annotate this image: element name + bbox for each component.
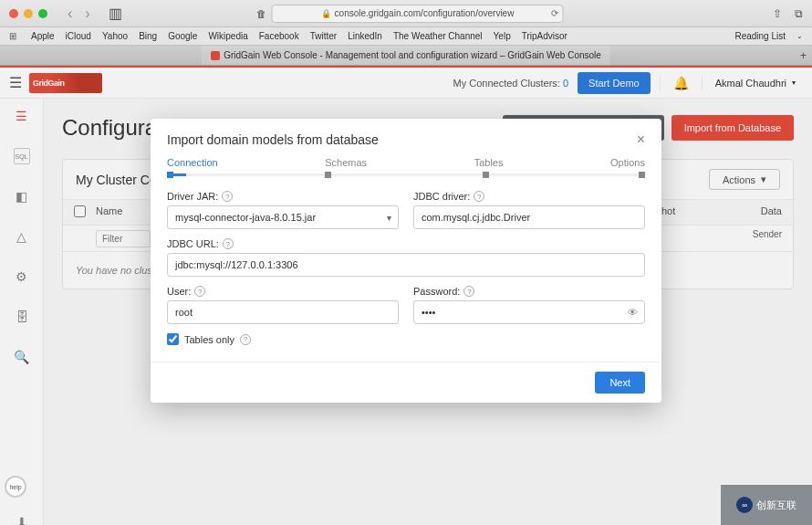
watermark-icon: ∞ <box>736 497 753 513</box>
driver-jar-select[interactable] <box>167 205 399 229</box>
step-tables[interactable]: Tables <box>474 157 504 168</box>
step-schemas[interactable]: Schemas <box>325 157 367 168</box>
tables-only-checkbox[interactable] <box>167 333 179 345</box>
help-icon[interactable]: ? <box>194 286 205 297</box>
help-icon[interactable]: ? <box>474 191 484 202</box>
watermark: ∞ 创新互联 <box>721 485 812 525</box>
help-icon[interactable]: ? <box>240 334 251 345</box>
modal-title: Import domain models from database <box>167 132 379 147</box>
jdbc-driver-input[interactable] <box>413 205 645 229</box>
user-label: User:? <box>167 286 399 297</box>
progress-track <box>167 173 645 176</box>
import-modal: Import domain models from database × Con… <box>151 119 661 403</box>
help-icon[interactable]: ? <box>223 238 234 249</box>
tables-only-label: Tables only <box>184 334 234 345</box>
jdbc-driver-label: JDBC driver:? <box>413 191 645 202</box>
stepper: Connection Schemas Tables Options <box>151 157 661 173</box>
help-icon[interactable]: ? <box>463 286 474 297</box>
user-input[interactable] <box>167 300 399 324</box>
password-input[interactable] <box>413 300 645 324</box>
next-button[interactable]: Next <box>595 372 645 394</box>
step-connection[interactable]: Connection <box>167 157 218 168</box>
jdbc-url-input[interactable] <box>167 253 645 277</box>
eye-icon[interactable]: 👁 <box>628 307 638 318</box>
help-icon[interactable]: ? <box>222 191 233 202</box>
close-icon[interactable]: × <box>637 131 645 148</box>
driver-jar-label: Driver JAR:? <box>167 191 399 202</box>
password-label: Password:? <box>413 286 645 297</box>
jdbc-url-label: JDBC URL:? <box>167 238 645 249</box>
watermark-label: 创新互联 <box>756 499 796 512</box>
step-options[interactable]: Options <box>610 157 645 168</box>
support-badge[interactable]: help <box>5 476 26 498</box>
